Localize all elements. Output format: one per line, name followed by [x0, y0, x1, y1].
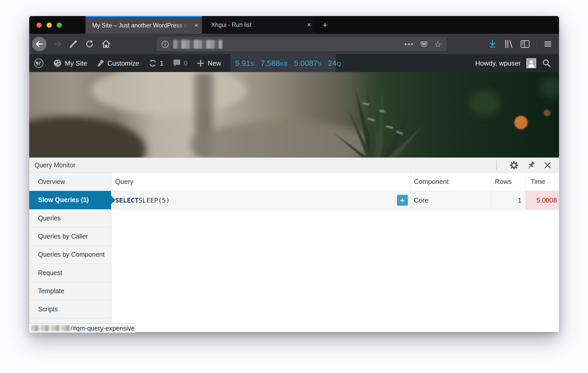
tab-title: My Site – Just another WordPress si: [85, 22, 190, 29]
qm-sidebar-item-scripts[interactable]: Scripts: [29, 300, 111, 318]
column-header-query: Query: [111, 173, 410, 191]
hero-image: [29, 72, 559, 157]
sidebar-toggle-icon[interactable]: [520, 39, 530, 49]
brush-icon: [96, 59, 105, 68]
wordpress-logo-icon: [34, 58, 44, 68]
search-icon[interactable]: [542, 59, 551, 68]
url-bar[interactable]: ••• ☆: [157, 37, 446, 51]
forward-arrow-icon: [53, 40, 62, 48]
updates-icon: [148, 59, 157, 68]
rows-cell: 1: [491, 191, 525, 210]
qm-stat-page-time: 5.91S: [235, 59, 254, 68]
qm-stat-memory: 7,588KB: [261, 59, 288, 68]
library-icon[interactable]: [503, 39, 514, 49]
customize-menu[interactable]: Customize: [92, 54, 144, 72]
tab-bar: My Site – Just another WordPress si × Xh…: [29, 16, 559, 34]
avatar-silhouette: [527, 59, 535, 67]
howdy-account-menu[interactable]: Howdy, wpuser: [475, 59, 521, 67]
close-window-button[interactable]: [36, 23, 42, 28]
home-button[interactable]: [101, 39, 111, 49]
comment-count: 0: [184, 59, 187, 67]
qm-table: Query Component Rows Time SELECT SLEEP(5…: [111, 173, 559, 332]
wrench-icon: [69, 40, 78, 48]
avatar[interactable]: [526, 58, 536, 68]
redacted-url: [173, 40, 222, 49]
home-icon: [101, 39, 111, 49]
bookmark-star-icon[interactable]: ☆: [434, 39, 442, 49]
customize-label: Customize: [107, 59, 139, 67]
table-row: SELECT SLEEP(5) + Core 1 5.0008: [111, 191, 559, 210]
wp-logo-menu[interactable]: [29, 54, 48, 72]
back-button[interactable]: [32, 37, 47, 51]
new-tab-button[interactable]: +: [319, 19, 331, 31]
pin-panel-icon[interactable]: [526, 161, 536, 170]
toolbar-separator: [536, 38, 537, 50]
qm-sidebar: Overview Slow Queries (1) Queries Querie…: [29, 173, 111, 332]
qm-sidebar-item-template[interactable]: Template: [29, 282, 111, 300]
downloads-icon[interactable]: [488, 39, 497, 49]
settings-gear-icon[interactable]: [509, 161, 519, 170]
site-icon: [53, 59, 62, 68]
expand-cell: +: [394, 191, 410, 210]
reload-button[interactable]: [85, 39, 94, 49]
column-header-time: Time: [525, 173, 559, 191]
minimize-window-button[interactable]: [47, 23, 52, 28]
redacted-status-url: [31, 325, 71, 331]
pocket-icon[interactable]: [420, 40, 428, 49]
plus-icon: [196, 59, 205, 68]
updates-menu[interactable]: 1: [144, 54, 168, 72]
query-monitor-admin-bar-menu[interactable]: 5.91S 7,588KB 5.0087S 24Q: [231, 54, 336, 72]
menu-hamburger-icon[interactable]: [543, 39, 553, 49]
qm-panel-title: Query Monitor: [29, 161, 75, 169]
developer-wrench-button[interactable]: [69, 39, 78, 49]
query-cell: SELECT SLEEP(5): [111, 191, 394, 210]
comment-bubble-icon: [172, 59, 181, 68]
forward-button[interactable]: [53, 39, 62, 49]
qm-sidebar-item-slow-queries[interactable]: Slow Queries (1): [29, 191, 111, 209]
resize-handle[interactable]: [496, 161, 497, 170]
status-link-preview: /#qm-query-expensive: [29, 324, 135, 333]
tab-my-site[interactable]: My Site – Just another WordPress si ×: [85, 16, 202, 34]
new-label: New: [208, 59, 221, 67]
tab-title: Xhgui - Run list: [202, 21, 303, 28]
zoom-window-button[interactable]: [57, 23, 62, 28]
wp-admin-bar: My Site Customize 1 0: [29, 54, 559, 72]
back-arrow-icon: [35, 40, 44, 48]
qm-table-header: Query Component Rows Time: [111, 173, 559, 191]
tab-close-icon[interactable]: ×: [190, 21, 202, 30]
qm-sidebar-item-queries[interactable]: Queries: [29, 209, 111, 227]
component-cell: Core: [410, 191, 491, 210]
qm-sidebar-item-queries-by-component[interactable]: Queries by Component: [29, 246, 111, 264]
reload-icon: [85, 40, 94, 48]
tab-close-icon[interactable]: ×: [303, 21, 315, 29]
qm-stat-query-count: 24Q: [328, 59, 341, 68]
new-content-menu[interactable]: New: [192, 54, 225, 72]
browser-toolbar: ••• ☆: [29, 34, 559, 54]
qm-sidebar-item-request[interactable]: Request: [29, 264, 111, 282]
qm-title-bar: Query Monitor: [29, 157, 559, 173]
close-panel-icon[interactable]: [543, 161, 552, 169]
column-header-rows: Rows: [491, 173, 525, 191]
info-icon[interactable]: [161, 40, 169, 48]
page-actions-icon[interactable]: •••: [405, 40, 414, 48]
query-monitor-panel: Query Monitor: [29, 157, 559, 332]
my-site-label: My Site: [65, 59, 87, 67]
status-link-text: /#qm-query-expensive: [71, 325, 135, 332]
qm-sidebar-item-queries-by-caller[interactable]: Queries by Caller: [29, 227, 111, 246]
browser-window: My Site – Just another WordPress si × Xh…: [29, 16, 559, 333]
update-count: 1: [160, 59, 164, 67]
my-site-menu[interactable]: My Site: [48, 54, 92, 72]
tab-xhgui[interactable]: Xhgui - Run list ×: [202, 16, 315, 34]
expand-row-button[interactable]: +: [397, 195, 408, 206]
qm-sidebar-item-overview[interactable]: Overview: [29, 173, 111, 191]
qm-stat-query-time: 5.0087S: [294, 59, 322, 68]
column-header-component: Component: [410, 173, 491, 191]
comments-menu[interactable]: 0: [168, 54, 192, 72]
time-cell: 5.0008: [525, 191, 559, 210]
